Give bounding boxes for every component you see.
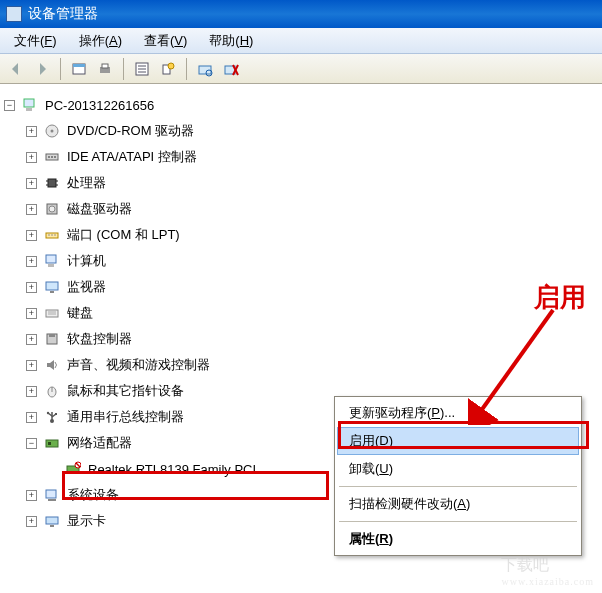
menu-help[interactable]: 帮助(H) <box>199 29 263 53</box>
expand-icon[interactable]: + <box>26 282 37 293</box>
watermark-text: 下载吧 <box>501 556 549 573</box>
floppy-icon <box>43 330 61 348</box>
tree-root[interactable]: − PC-201312261656 <box>4 92 598 118</box>
toolbar-separator <box>123 58 124 80</box>
menu-uninstall[interactable]: 卸载(U) <box>337 455 579 483</box>
tree-item-label: 鼠标和其它指针设备 <box>67 382 184 400</box>
menu-separator <box>339 486 577 487</box>
display-icon <box>43 512 61 530</box>
expand-icon[interactable]: + <box>26 490 37 501</box>
svg-rect-3 <box>73 64 85 67</box>
monitor-icon <box>43 278 61 296</box>
expand-icon[interactable]: + <box>26 152 37 163</box>
toolbar <box>0 54 602 84</box>
svg-rect-25 <box>48 179 56 187</box>
usb-icon <box>43 408 61 426</box>
tree-item[interactable]: +键盘 <box>4 300 598 326</box>
svg-point-52 <box>47 412 49 414</box>
tree-item-label: 磁盘驱动器 <box>67 200 132 218</box>
expand-icon[interactable]: − <box>26 438 37 449</box>
system-icon <box>43 486 61 504</box>
toolbar-separator <box>60 58 61 80</box>
toolbar-print-icon[interactable] <box>93 57 117 81</box>
tree-item[interactable]: +端口 (COM 和 LPT) <box>4 222 598 248</box>
expand-icon[interactable]: + <box>26 360 37 371</box>
keyboard-icon <box>43 304 61 322</box>
tree-item-label: 通用串行总线控制器 <box>67 408 184 426</box>
toolbar-refresh-icon[interactable] <box>156 57 180 81</box>
svg-rect-61 <box>46 517 58 524</box>
tree-item[interactable]: +监视器 <box>4 274 598 300</box>
disk-icon <box>43 200 61 218</box>
expand-icon[interactable]: + <box>26 386 37 397</box>
expand-icon[interactable]: + <box>26 126 37 137</box>
tree-item[interactable]: +声音、视频和游戏控制器 <box>4 352 598 378</box>
tree-item[interactable]: +软盘控制器 <box>4 326 598 352</box>
svg-rect-39 <box>50 291 54 293</box>
tree-item-label: 端口 (COM 和 LPT) <box>67 226 180 244</box>
collapse-icon[interactable]: − <box>4 100 15 111</box>
expand-icon[interactable]: + <box>26 230 37 241</box>
svg-rect-17 <box>24 99 34 107</box>
toolbar-separator <box>186 58 187 80</box>
svg-rect-18 <box>26 108 32 111</box>
tree-item-label: DVD/CD-ROM 驱动器 <box>67 122 194 140</box>
tree-item-label: 软盘控制器 <box>67 330 132 348</box>
tree-root-label: PC-201312261656 <box>45 98 154 113</box>
cpu-icon <box>43 174 61 192</box>
tree-item[interactable]: +处理器 <box>4 170 598 196</box>
toolbar-back-button[interactable] <box>4 57 28 81</box>
menu-file[interactable]: 文件(F) <box>4 29 67 53</box>
svg-point-11 <box>168 63 174 69</box>
tree-item[interactable]: +IDE ATA/ATAPI 控制器 <box>4 144 598 170</box>
toolbar-view-icon[interactable] <box>67 57 91 81</box>
toolbar-scan-icon[interactable] <box>193 57 217 81</box>
menu-action[interactable]: 操作(A) <box>69 29 132 53</box>
toolbar-properties-icon[interactable] <box>130 57 154 81</box>
toolbar-forward-button[interactable] <box>30 57 54 81</box>
net-icon <box>43 434 61 452</box>
svg-rect-37 <box>48 264 54 267</box>
tree-item-label: 键盘 <box>67 304 93 322</box>
tree-item-label: Realtek RTL8139 Family PCI <box>88 462 256 477</box>
svg-rect-59 <box>46 490 56 498</box>
tree-item-label: 系统设备 <box>67 486 119 504</box>
menu-update-driver[interactable]: 更新驱动程序(P)... <box>337 399 579 427</box>
tree-item-label: 网络适配器 <box>67 434 132 452</box>
svg-point-24 <box>54 156 56 158</box>
expand-icon[interactable]: + <box>26 204 37 215</box>
expand-icon[interactable]: + <box>26 256 37 267</box>
menu-scan-hardware[interactable]: 扫描检测硬件改动(A) <box>337 490 579 518</box>
context-menu: 更新驱动程序(P)... 启用(D) 卸载(U) 扫描检测硬件改动(A) 属性(… <box>334 396 582 556</box>
callout-text: 启用 <box>534 280 586 315</box>
svg-rect-62 <box>50 525 54 527</box>
tree-item[interactable]: +磁盘驱动器 <box>4 196 598 222</box>
window-title: 设备管理器 <box>28 5 98 23</box>
tree-item-label: 监视器 <box>67 278 106 296</box>
expand-icon[interactable]: + <box>26 334 37 345</box>
tree-item-label: 处理器 <box>67 174 106 192</box>
svg-rect-55 <box>48 442 51 445</box>
svg-rect-60 <box>48 499 56 501</box>
computer-icon <box>21 96 39 114</box>
expand-icon[interactable]: + <box>26 516 37 527</box>
expand-icon[interactable]: + <box>26 412 37 423</box>
tree-item[interactable]: +DVD/CD-ROM 驱动器 <box>4 118 598 144</box>
svg-point-23 <box>51 156 53 158</box>
port-icon <box>43 226 61 244</box>
menu-properties[interactable]: 属性(R) <box>337 525 579 553</box>
svg-rect-54 <box>46 440 58 447</box>
toolbar-disable-icon[interactable] <box>219 57 243 81</box>
menu-view[interactable]: 查看(V) <box>134 29 197 53</box>
svg-marker-45 <box>47 360 54 370</box>
tree-item-label: 计算机 <box>67 252 106 270</box>
tree-item-label: 声音、视频和游戏控制器 <box>67 356 210 374</box>
svg-rect-53 <box>55 413 57 415</box>
computer-icon <box>43 252 61 270</box>
menu-enable[interactable]: 启用(D) <box>337 427 579 455</box>
svg-point-22 <box>48 156 50 158</box>
expand-icon[interactable]: + <box>26 178 37 189</box>
tree-item[interactable]: +计算机 <box>4 248 598 274</box>
expand-icon[interactable]: + <box>26 308 37 319</box>
svg-rect-36 <box>46 255 56 263</box>
